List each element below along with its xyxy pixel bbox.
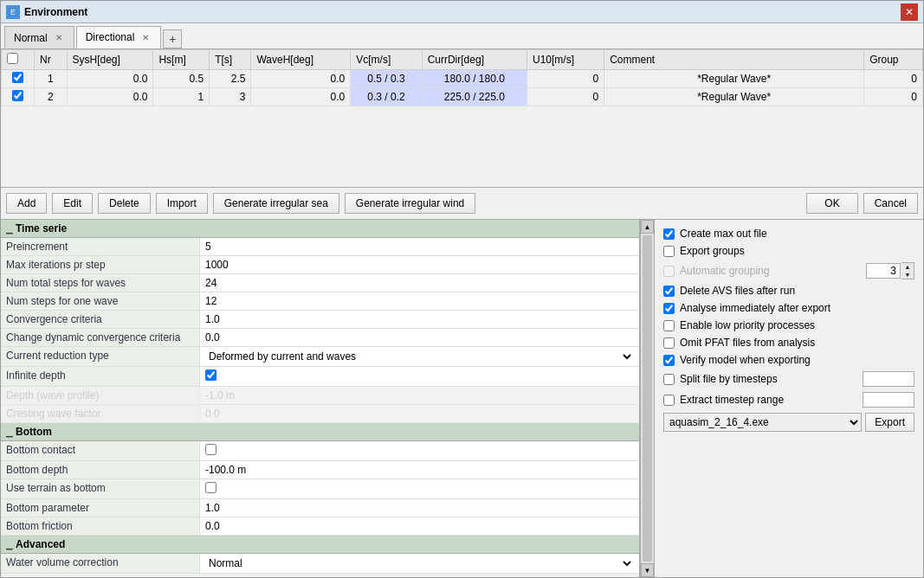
max-iterations-value[interactable]: 1000: [200, 256, 639, 273]
num-steps-one-wave-value[interactable]: 12: [200, 292, 639, 310]
tab-normal-close[interactable]: ✕: [53, 32, 65, 44]
row2-hs[interactable]: 1: [153, 88, 210, 106]
analyse-immediately-label[interactable]: Analyse immediately after export: [680, 302, 830, 314]
delete-avs-files-label[interactable]: Delete AVS files after run: [680, 285, 795, 297]
time-serie-toggle[interactable]: ⎯: [6, 222, 12, 234]
export-row: aquasim_2_16_4.exe Export: [660, 410, 918, 434]
tab-bar: Normal ✕ Directional ✕ +: [1, 23, 923, 49]
verify-model-checkbox[interactable]: [663, 355, 675, 366]
export-groups-label[interactable]: Export groups: [680, 245, 745, 257]
row2-currdir[interactable]: 225.0 / 225.0: [422, 88, 527, 106]
row2-u10[interactable]: 0: [527, 88, 604, 106]
row2-check-cell[interactable]: [2, 88, 35, 106]
enable-low-priority-label[interactable]: Enable low priority processes: [680, 319, 815, 331]
verify-model-label[interactable]: Verify model when exporting: [680, 354, 811, 366]
split-file-label[interactable]: Split file by timesteps: [680, 373, 778, 385]
use-terrain-value[interactable]: [200, 479, 639, 498]
preincrement-value[interactable]: 5: [200, 238, 639, 255]
bottom-friction-value[interactable]: 0.0: [200, 517, 639, 535]
row2-comment[interactable]: *Regular Wave*: [604, 88, 864, 106]
bottom-section-header[interactable]: ⎯ Bottom: [1, 423, 639, 441]
row1-hs[interactable]: 0.5: [153, 70, 210, 88]
add-button[interactable]: Add: [6, 193, 47, 214]
bottom-contact-value[interactable]: [200, 441, 639, 460]
window-close-button[interactable]: ✕: [901, 3, 918, 21]
row1-nr[interactable]: 1: [34, 70, 67, 88]
time-serie-section-header[interactable]: ⎯ Time serie: [1, 220, 639, 238]
row1-group[interactable]: 0: [864, 70, 923, 88]
water-volume-correction-value[interactable]: Normal: [200, 554, 639, 573]
automatic-grouping-checkbox[interactable]: [663, 266, 675, 277]
infinite-depth-checkbox[interactable]: [205, 369, 216, 381]
automatic-grouping-down[interactable]: ▼: [901, 271, 914, 279]
advanced-section-header[interactable]: ⎯ Advanced: [1, 536, 639, 554]
create-max-out-file-label[interactable]: Create max out file: [680, 228, 767, 240]
infinite-depth-value[interactable]: [200, 367, 639, 386]
export-button[interactable]: Export: [865, 413, 914, 432]
bottom-depth-row: Bottom depth -100.0 m: [1, 461, 639, 479]
generate-irregular-wind-button[interactable]: Generate irregular wind: [345, 193, 475, 214]
col-header-hs: Hs[m]: [153, 50, 210, 70]
tab-normal[interactable]: Normal ✕: [4, 26, 74, 48]
delete-avs-files-checkbox[interactable]: [663, 286, 675, 297]
num-total-steps-value[interactable]: 24: [200, 274, 639, 292]
scroll-thumb[interactable]: [643, 235, 652, 562]
row1-comment[interactable]: *Regular Wave*: [604, 70, 864, 88]
row1-currdir[interactable]: 180.0 / 180.0: [422, 70, 527, 88]
current-reduction-type-value[interactable]: Deformed by current and waves: [200, 347, 639, 366]
edit-button[interactable]: Edit: [52, 193, 93, 214]
tab-directional-close[interactable]: ✕: [139, 31, 152, 43]
row1-check-cell[interactable]: [2, 70, 35, 88]
use-terrain-checkbox[interactable]: [205, 482, 216, 493]
col-header-check: [2, 50, 35, 70]
row2-waveh[interactable]: 0.0: [251, 88, 351, 106]
row2-sysh[interactable]: 0.0: [67, 88, 153, 106]
properties-scrollbar[interactable]: ▲ ▼: [640, 220, 654, 577]
bottom-contact-checkbox[interactable]: [205, 444, 216, 455]
extract-timestep-checkbox[interactable]: [663, 395, 675, 406]
row2-group[interactable]: 0: [864, 88, 923, 106]
import-button[interactable]: Import: [156, 193, 208, 214]
export-groups-checkbox[interactable]: [663, 246, 675, 257]
advanced-toggle[interactable]: ⎯: [6, 538, 12, 550]
row1-checkbox[interactable]: [12, 72, 23, 83]
row2-t[interactable]: 3: [210, 88, 251, 106]
bottom-parameter-value[interactable]: 1.0: [200, 499, 639, 517]
tab-add-button[interactable]: +: [163, 29, 182, 48]
row2-checkbox[interactable]: [12, 90, 23, 101]
bottom-depth-value[interactable]: -100.0 m: [200, 461, 639, 478]
water-volume-correction-select[interactable]: Normal: [205, 556, 634, 570]
create-max-out-file-checkbox[interactable]: [663, 228, 675, 240]
omit-pfat-files-label[interactable]: Omit PFAT files from analysis: [680, 337, 815, 349]
tab-directional[interactable]: Directional ✕: [76, 26, 162, 48]
row1-u10[interactable]: 0: [527, 70, 604, 88]
analyse-immediately-checkbox[interactable]: [663, 303, 675, 314]
enable-low-priority-checkbox[interactable]: [663, 320, 675, 331]
row2-nr[interactable]: 2: [34, 88, 67, 106]
row1-vc[interactable]: 0.5 / 0.3: [351, 70, 422, 88]
split-file-input[interactable]: 100: [863, 371, 914, 387]
change-dynamic-convergence-value[interactable]: 0.0: [200, 329, 639, 346]
delete-button[interactable]: Delete: [98, 193, 151, 214]
time-serie-label: Time serie: [16, 222, 67, 234]
scroll-up-button[interactable]: ▲: [641, 220, 654, 234]
row2-vc[interactable]: 0.3 / 0.2: [351, 88, 422, 106]
automatic-grouping-input[interactable]: [866, 263, 901, 279]
row1-t[interactable]: 2.5: [210, 70, 251, 88]
row1-sysh[interactable]: 0.0: [67, 70, 153, 88]
extract-timestep-label[interactable]: Extract timestep range: [680, 394, 784, 406]
automatic-grouping-up[interactable]: ▲: [901, 263, 914, 271]
select-all-checkbox[interactable]: [7, 53, 18, 64]
exe-select[interactable]: aquasim_2_16_4.exe: [663, 413, 862, 432]
cancel-button[interactable]: Cancel: [863, 193, 918, 214]
generate-irregular-sea-button[interactable]: Generate irregular sea: [213, 193, 339, 214]
omit-pfat-files-checkbox[interactable]: [663, 337, 675, 349]
convergence-criteria-value[interactable]: 1.0: [200, 311, 639, 328]
scroll-down-button[interactable]: ▼: [641, 563, 654, 577]
extract-timestep-input[interactable]: [863, 392, 914, 408]
row1-waveh[interactable]: 0.0: [251, 70, 351, 88]
split-file-checkbox[interactable]: [663, 374, 675, 385]
ok-button[interactable]: OK: [806, 193, 857, 214]
current-reduction-type-select[interactable]: Deformed by current and waves: [205, 350, 634, 363]
bottom-toggle[interactable]: ⎯: [6, 426, 12, 438]
